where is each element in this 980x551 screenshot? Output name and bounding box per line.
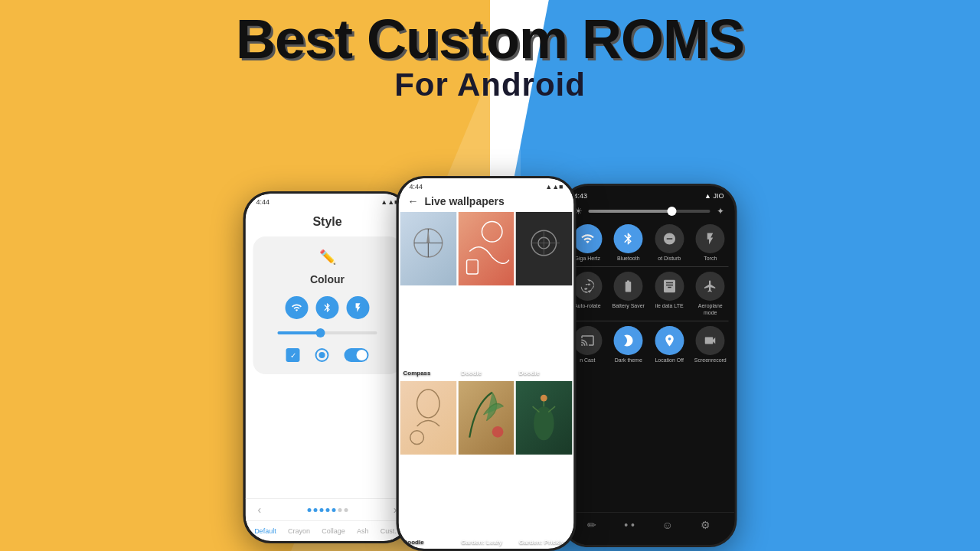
dot-3 [319,508,323,512]
qs-autorotate-label: Auto-rotate [574,303,601,309]
phone2-icons: ▲▲■ [545,183,563,191]
qs-torch-label: Torch [704,256,717,262]
dot-2 [313,508,317,512]
slider-track [278,331,377,334]
brightness-fill [589,210,674,213]
wifi-icon [573,224,602,253]
phone3-screen: 4:43 ▲ JIO ☀ ✦ Giga Hertz [564,186,735,545]
qs-screen-record-label: Screenrecord [694,357,727,364]
qs-location-label: Location Off [655,357,684,364]
phone2-time: 4:44 [410,183,423,191]
phone1-screen: 4:44 ▲▲■ Style ✏️ Colour [246,194,410,541]
qs-tile-location[interactable]: Location Off [652,326,688,364]
svg-marker-3 [426,230,430,243]
qs-tile-dark-theme[interactable]: Dark theme [610,326,647,364]
back-arrow-icon[interactable]: ← [408,195,419,207]
wallpaper-garden-leafy[interactable]: Garden: Leafy [458,381,514,549]
autorotate-icon [573,272,602,301]
qs-tile-battery-saver[interactable]: Battery Saver [610,272,647,316]
phone3-bottom: ✏ • • ☺ ⚙ [564,367,735,545]
tab-ash[interactable]: Ash [357,527,369,535]
tab-default[interactable]: Default [254,527,276,535]
qs-tile-screen-record[interactable]: Screenrecord [692,326,729,364]
colour-dots [286,296,370,319]
smiley-icon[interactable]: ☺ [662,519,673,531]
brightness-row: ☀ ✦ [564,201,735,221]
qs-dark-theme-label: Dark theme [615,357,642,364]
svg-point-10 [417,390,439,418]
wp-doodle2-img [516,212,573,285]
colour-card: ✏️ Colour [253,236,402,374]
qs-tile-aeroplane[interactable]: Aeroplane mode [692,272,729,316]
phone1-bottom-tabs: Default Crayon Collage Ash Cust... [246,520,410,541]
qs-grid-row3: n Cast Dark theme Location Off [564,323,735,367]
phone2-notch [463,178,509,184]
phone-android-qs: 4:43 ▲ JIO ☀ ✦ Giga Hertz [561,184,737,547]
wp-doodle3-label: Doodle [403,539,424,546]
wp-garden-leafy-img [458,381,514,455]
edit-icon[interactable]: ✏ [587,519,596,531]
title-container: Best Custom ROMS For Android [0,11,980,103]
wallpaper-doodle1[interactable]: Doodle [458,212,514,380]
dot-7 [344,508,348,512]
qs-mobile-data-label: ile data LTE [655,303,684,309]
dnd-icon [655,224,684,253]
wallpaper-grid: Compass Doodle [399,212,574,549]
wallpaper-doodle2[interactable]: Doodle [516,212,573,380]
phone1-screen-title: Style [312,215,341,229]
phones-container: 4:44 ▲▲■ Style ✏️ Colour [243,176,737,551]
phone3-time: 4:43 [574,192,588,200]
dot-1 [307,508,311,512]
dots-icon: • • [624,519,635,531]
location-icon [655,326,684,355]
qs-tile-mobile-data[interactable]: ile data LTE [652,272,688,316]
phone2-screen: 4:44 ▲▲■ ← Live wallpapers [399,178,574,549]
svg-rect-5 [466,260,478,274]
wifi-dot [286,296,309,319]
qs-grid-row2: Auto-rotate Battery Saver ile data LTE [564,269,735,319]
aeroplane-icon [696,272,725,301]
svg-point-13 [534,406,554,440]
tab-collage[interactable]: Collage [322,527,345,535]
nav-dots [307,508,348,512]
phone1-notch [305,194,351,200]
phone1-content: Style ✏️ Colour [246,207,410,498]
phone3-bottom-bar: ✏ • • ☺ ⚙ [564,512,735,537]
brightness-thumb [668,207,677,216]
wp-compass-label: Compass [403,370,431,377]
svg-point-4 [482,222,502,243]
slider-thumb [316,328,325,337]
qs-aeroplane-label: Aeroplane mode [692,303,729,316]
qs-divider-1 [570,266,729,267]
qs-tile-bluetooth[interactable]: Bluetooth [610,224,647,262]
torch-icon [696,224,725,253]
nav-left-arrow[interactable]: ‹ [258,504,262,516]
wallpaper-compass[interactable]: Compass [400,212,457,380]
qs-battery-label: Battery Saver [612,303,645,309]
qs-divider-2 [570,321,729,321]
tab-crayon[interactable]: Crayon [288,527,310,535]
bluetooth-icon [614,224,643,253]
qs-giga-hertz-label: Giga Hertz [575,256,600,262]
wp-garden-prickly-img [516,381,573,455]
phone1-time: 4:44 [256,198,270,206]
screen-record-icon [696,326,725,355]
cast-icon [573,326,602,355]
radio-inner [319,352,325,358]
sub-title: For Android [0,67,980,103]
dot-4 [325,508,329,512]
qs-tile-torch[interactable]: Torch [692,224,729,262]
pencil-icon: ✏️ [319,249,336,266]
settings-icon[interactable]: ⚙ [701,519,710,531]
dark-theme-icon [614,326,643,355]
flash-dot [347,296,370,319]
phone3-notch [626,186,672,192]
wp-doodle2-label: Doodle [519,370,540,377]
qs-tile-dnd[interactable]: ot Disturb [652,224,688,262]
wp-doodle3-img [400,381,457,455]
qs-grid-row1: Giga Hertz Bluetooth ot Disturb [564,221,735,265]
svg-point-17 [541,395,547,402]
wp-doodle1-img [458,212,514,285]
wallpaper-garden-prickly[interactable]: Garden: Prickly [516,381,573,549]
wallpaper-doodle3[interactable]: Doodle [400,381,457,549]
